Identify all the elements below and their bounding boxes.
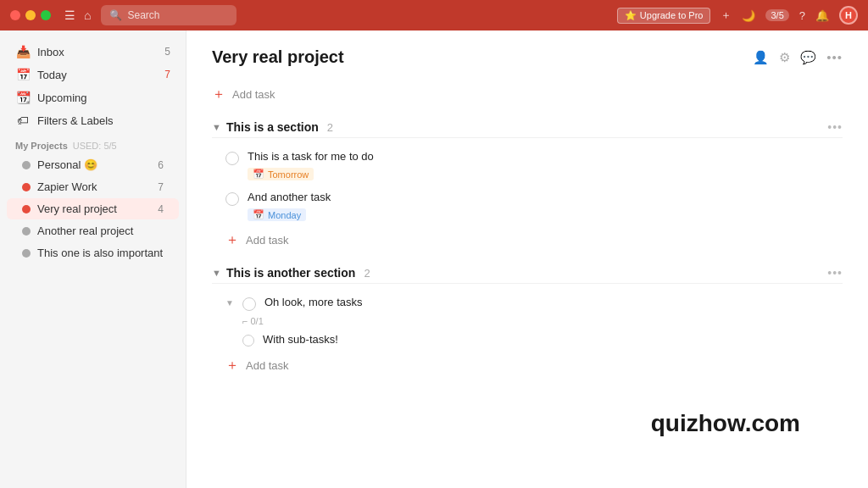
search-icon: 🔍 [109, 9, 122, 21]
add-task-row-top[interactable]: ＋ Add task [212, 80, 843, 108]
task-body: This is a task for me to do 📅 Tomorrow [248, 150, 843, 180]
search-bar[interactable]: 🔍 Search [101, 5, 236, 25]
subtask-body: With sub-tasks! [263, 333, 843, 348]
subtask-indicator: ⌐ 0/1 [212, 316, 843, 326]
traffic-lights [10, 10, 51, 20]
task-date-tag[interactable]: 📅 Tomorrow [248, 168, 314, 180]
sidebar: 📥 Inbox 5 📅 Today 7 📆 Upcoming 🏷 Filters… [0, 30, 186, 488]
inbox-icon: 📥 [15, 45, 31, 58]
home-icon[interactable]: ⌂ [84, 8, 91, 22]
task-name: This is a task for me to do [248, 150, 843, 163]
inbox-label: Inbox [37, 46, 64, 58]
task-date-label: Monday [268, 210, 301, 220]
projects-used: USED: 5/5 [73, 141, 117, 151]
add-task-label: Add task [246, 234, 289, 247]
add-task-row-section1[interactable]: ＋ Add task [212, 226, 843, 254]
add-task-row-section2[interactable]: ＋ Add task [212, 352, 843, 380]
comment-icon[interactable]: 💬 [800, 50, 816, 65]
project-label: Very real project [37, 202, 117, 215]
plus-icon: ＋ [212, 86, 225, 103]
sidebar-item-upcoming[interactable]: 📆 Upcoming [7, 86, 179, 108]
project-count: 7 [158, 181, 164, 193]
titlebar-nav-icons: ☰ ⌂ [64, 8, 91, 22]
sidebar-project-another-real[interactable]: Another real project [7, 220, 179, 241]
subtask-count: 0/1 [251, 316, 264, 326]
settings-icon[interactable]: ⚙ [779, 50, 790, 65]
project-header: Very real project 👤 ⚙ 💬 ••• [212, 47, 843, 67]
task-item-expandable: ▼ Oh look, more tasks [212, 291, 843, 316]
plus-icon[interactable]: ＋ [721, 8, 732, 23]
search-placeholder: Search [127, 9, 159, 21]
upgrade-label: Upgrade to Pro [640, 10, 704, 20]
project-dot [22, 183, 31, 191]
project-dot [22, 205, 31, 214]
task-date-label: Tomorrow [268, 169, 309, 180]
section-2-count: 2 [364, 267, 370, 280]
task-body: And another task 📅 Monday [248, 191, 843, 221]
add-task-label: Add task [246, 359, 289, 372]
help-icon[interactable]: ? [799, 9, 805, 22]
sidebar-project-this-one[interactable]: This one is also important [7, 242, 179, 263]
hamburger-icon[interactable]: ☰ [64, 8, 75, 22]
task-checkbox[interactable] [242, 297, 256, 311]
minimize-button[interactable] [25, 10, 36, 20]
calendar-icon: 📅 [253, 209, 264, 220]
section-more-icon[interactable]: ••• [827, 120, 843, 134]
maximize-button[interactable] [41, 10, 51, 20]
task-name: And another task [248, 191, 843, 203]
today-label: Today [37, 69, 67, 81]
moon-icon[interactable]: 🌙 [742, 9, 755, 22]
sidebar-item-inbox[interactable]: 📥 Inbox 5 [7, 41, 179, 63]
project-dot [22, 249, 31, 258]
subtask-count-icon: ⌐ [242, 316, 248, 326]
sub-task-item: With sub-tasks! [212, 330, 843, 352]
project-header-actions: 👤 ⚙ 💬 ••• [753, 50, 843, 65]
task-item: And another task 📅 Monday [212, 186, 843, 226]
people-icon[interactable]: 👤 [753, 50, 769, 65]
section-2-title: This is another section [226, 266, 355, 280]
project-count: 4 [158, 203, 164, 215]
task-checkbox[interactable] [225, 192, 239, 206]
today-count: 7 [164, 69, 170, 80]
projects-title: My Projects [15, 141, 68, 151]
inbox-count: 5 [164, 46, 170, 58]
task-checkbox[interactable] [225, 152, 239, 165]
project-label: Zapier Work [37, 180, 97, 193]
today-icon: 📅 [15, 68, 31, 81]
plus-icon: ＋ [225, 231, 239, 249]
upcoming-icon: 📆 [15, 91, 31, 104]
projects-header: My Projects USED: 5/5 [0, 132, 186, 154]
upgrade-button[interactable]: ⭐ Upgrade to Pro [617, 8, 711, 24]
sidebar-project-very-real[interactable]: Very real project 4 [7, 198, 179, 219]
watermark: quizhow.com [651, 410, 800, 437]
bell-icon[interactable]: 🔔 [815, 9, 829, 22]
count-badge: 3/5 [765, 9, 788, 21]
filters-label: Filters & Labels [37, 114, 114, 127]
calendar-icon: 📅 [253, 169, 264, 180]
expand-chevron-icon[interactable]: ▼ [225, 298, 234, 308]
section-more-icon[interactable]: ••• [827, 266, 843, 280]
sidebar-item-filters[interactable]: 🏷 Filters & Labels [7, 109, 179, 131]
titlebar-right: ⭐ Upgrade to Pro ＋ 🌙 3/5 ? 🔔 H [617, 6, 858, 25]
section-1-title: This is a section [226, 120, 319, 134]
sidebar-project-zapier[interactable]: Zapier Work 7 [7, 176, 179, 197]
task-date-tag[interactable]: 📅 Monday [248, 208, 306, 221]
section-chevron-icon[interactable]: ▼ [212, 122, 221, 132]
avatar[interactable]: H [839, 6, 858, 25]
titlebar: ☰ ⌂ 🔍 Search ⭐ Upgrade to Pro ＋ 🌙 3/5 ? … [0, 0, 868, 30]
section-chevron-icon[interactable]: ▼ [212, 268, 221, 278]
subtask-name: With sub-tasks! [263, 333, 843, 346]
task-name: Oh look, more tasks [264, 296, 843, 308]
subtask-checkbox[interactable] [242, 335, 254, 347]
star-icon: ⭐ [625, 10, 637, 21]
project-label: Another real project [37, 225, 133, 237]
sidebar-item-today[interactable]: 📅 Today 7 [7, 64, 179, 86]
more-icon[interactable]: ••• [826, 50, 843, 64]
project-title: Very real project [212, 47, 344, 67]
project-count: 6 [158, 159, 164, 171]
section-2-header: ▼ This is another section 2 ••• [212, 263, 843, 284]
upcoming-label: Upcoming [37, 92, 87, 104]
sidebar-nav: 📥 Inbox 5 📅 Today 7 📆 Upcoming 🏷 Filters… [0, 41, 186, 131]
sidebar-project-personal[interactable]: Personal 😊 6 [7, 154, 179, 175]
close-button[interactable] [10, 10, 20, 20]
